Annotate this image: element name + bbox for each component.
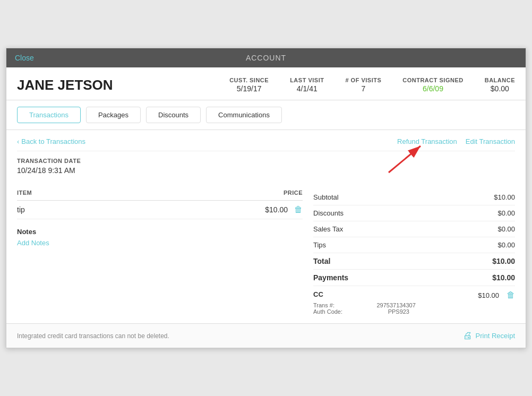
auth-value: PPS923 bbox=[388, 308, 409, 315]
transaction-date-section: TRANSACTION DATE 10/24/18 9:31 AM bbox=[17, 151, 515, 181]
edit-transaction-link[interactable]: Edit Transaction bbox=[466, 137, 515, 145]
right-column: Subtotal $10.00 Discounts $0.00 Sales Ta… bbox=[313, 190, 515, 315]
account-modal: Close ACCOUNT JANE JETSON CUST. SINCE 5/… bbox=[6, 48, 526, 348]
summary-payments-label: Payments bbox=[313, 270, 436, 286]
stat-contract-signed: CONTRACT SIGNED 6/6/09 bbox=[402, 77, 463, 93]
tab-packages[interactable]: Packages bbox=[86, 107, 141, 123]
cc-details: Trans #: 297537134307 Auth Code: PPS923 bbox=[313, 302, 515, 315]
content-area: ‹ Back to Transactions Refund Transactio… bbox=[6, 130, 526, 323]
summary-row-discounts: Discounts $0.00 bbox=[313, 205, 515, 221]
nav-actions-bar: ‹ Back to Transactions Refund Transactio… bbox=[17, 130, 515, 151]
back-to-transactions-link[interactable]: ‹ Back to Transactions bbox=[17, 137, 85, 145]
stat-cust-since-label: CUST. SINCE bbox=[229, 77, 269, 83]
summary-salestax-value: $0.00 bbox=[436, 221, 515, 237]
item-name: tip bbox=[17, 201, 99, 219]
summary-payments-value: $10.00 bbox=[436, 270, 515, 286]
notes-section: Notes Add Notes bbox=[17, 228, 303, 247]
summary-tips-value: $0.00 bbox=[436, 237, 515, 253]
back-chevron-icon: ‹ bbox=[17, 137, 19, 145]
tab-transactions[interactable]: Transactions bbox=[17, 107, 81, 123]
trans-value: 297537134307 bbox=[376, 302, 415, 308]
stat-num-visits: # OF VISITS 7 bbox=[345, 77, 381, 93]
printer-icon: 🖨 bbox=[463, 330, 473, 341]
summary-total-value: $10.00 bbox=[436, 253, 515, 270]
modal-title: ACCOUNT bbox=[246, 54, 286, 62]
customer-header: JANE JETSON CUST. SINCE 5/19/17 LAST VIS… bbox=[6, 67, 526, 100]
summary-row-total: Total $10.00 bbox=[313, 253, 515, 270]
stat-balance-value: $0.00 bbox=[485, 84, 515, 93]
modal-header: Close ACCOUNT bbox=[6, 48, 526, 67]
tabs-bar: Transactions Packages Discounts Communic… bbox=[6, 100, 526, 130]
cc-amount-value: $10.00 bbox=[478, 291, 499, 299]
stat-last-visit: LAST VISIT 4/1/41 bbox=[290, 77, 324, 93]
print-receipt-button[interactable]: 🖨 Print Receipt bbox=[463, 330, 515, 341]
summary-row-subtotal: Subtotal $10.00 bbox=[313, 190, 515, 205]
stat-cust-since-value: 5/19/17 bbox=[229, 84, 269, 93]
summary-row-salestax: Sales Tax $0.00 bbox=[313, 221, 515, 237]
add-notes-link[interactable]: Add Notes bbox=[17, 239, 49, 247]
stat-contract-label: CONTRACT SIGNED bbox=[402, 77, 463, 83]
footer-note: Integrated credit card transactions can … bbox=[17, 332, 169, 340]
stat-num-visits-value: 7 bbox=[345, 84, 381, 93]
customer-stats: CUST. SINCE 5/19/17 LAST VISIT 4/1/41 # … bbox=[155, 77, 515, 93]
summary-total-label: Total bbox=[313, 253, 436, 270]
stat-last-visit-label: LAST VISIT bbox=[290, 77, 324, 83]
auth-label: Auth Code: bbox=[313, 308, 342, 315]
trans-label: Trans #: bbox=[313, 302, 334, 308]
stat-cust-since: CUST. SINCE 5/19/17 bbox=[229, 77, 269, 93]
transaction-body: ITEM PRICE tip $10.00 🗑 bbox=[17, 181, 515, 323]
table-row: tip $10.00 🗑 bbox=[17, 201, 303, 219]
transaction-date-label: TRANSACTION DATE bbox=[17, 158, 515, 164]
delete-item-icon[interactable]: 🗑 bbox=[294, 205, 303, 214]
back-to-transactions-label: Back to Transactions bbox=[21, 137, 85, 145]
summary-row-tips: Tips $0.00 bbox=[313, 237, 515, 253]
left-column: ITEM PRICE tip $10.00 🗑 bbox=[17, 190, 303, 315]
summary-subtotal-value: $10.00 bbox=[436, 190, 515, 205]
modal-footer: Integrated credit card transactions can … bbox=[6, 323, 526, 348]
cc-info: CC $10.00 🗑 bbox=[313, 290, 515, 300]
close-button[interactable]: Close bbox=[15, 54, 34, 62]
transaction-date-value: 10/24/18 9:31 AM bbox=[17, 166, 515, 175]
transaction-actions: Refund Transaction Edit Transaction bbox=[397, 137, 515, 145]
print-receipt-label: Print Receipt bbox=[476, 332, 515, 340]
summary-salestax-label: Sales Tax bbox=[313, 221, 436, 237]
customer-name: JANE JETSON bbox=[17, 77, 134, 93]
cc-method-label: CC bbox=[313, 290, 323, 298]
summary-discounts-label: Discounts bbox=[313, 205, 436, 221]
refund-transaction-link[interactable]: Refund Transaction bbox=[397, 137, 457, 145]
stat-last-visit-value: 4/1/41 bbox=[290, 84, 324, 93]
notes-label: Notes bbox=[17, 228, 303, 236]
delete-payment-icon[interactable]: 🗑 bbox=[507, 290, 515, 300]
summary-table: Subtotal $10.00 Discounts $0.00 Sales Ta… bbox=[313, 190, 515, 286]
col-item-header: ITEM bbox=[17, 190, 99, 201]
tab-discounts[interactable]: Discounts bbox=[146, 107, 201, 123]
summary-tips-label: Tips bbox=[313, 237, 436, 253]
stat-balance-label: BALANCE bbox=[485, 77, 515, 83]
item-price: $10.00 🗑 bbox=[99, 201, 303, 219]
stat-contract-value: 6/6/09 bbox=[402, 84, 463, 93]
cc-amount: $10.00 🗑 bbox=[478, 290, 515, 300]
col-price-header: PRICE bbox=[99, 190, 303, 201]
stat-num-visits-label: # OF VISITS bbox=[345, 77, 381, 83]
summary-subtotal-label: Subtotal bbox=[313, 190, 436, 205]
cc-payment-row: CC $10.00 🗑 Trans #: 297537134307 Aut bbox=[313, 290, 515, 315]
items-table: ITEM PRICE tip $10.00 🗑 bbox=[17, 190, 303, 219]
tab-communications[interactable]: Communications bbox=[206, 107, 282, 123]
summary-discounts-value: $0.00 bbox=[436, 205, 515, 221]
stat-balance: BALANCE $0.00 bbox=[485, 77, 515, 93]
summary-row-payments: Payments $10.00 bbox=[313, 270, 515, 286]
